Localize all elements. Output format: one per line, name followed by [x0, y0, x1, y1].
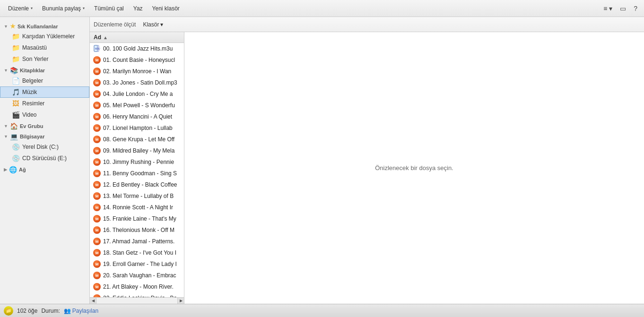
duzzenle-button[interactable]: Düzenle ▾	[4, 3, 37, 14]
file-list-item[interactable]: M02. Marilyn Monroe - I Wan	[90, 66, 184, 77]
scrollbar-left-btn[interactable]: ◀	[90, 298, 96, 304]
file-name-label: 16. Thelonious Monk - Off M	[103, 227, 181, 233]
tumunu-cal-label: Tümünü çal	[94, 5, 124, 12]
file-list-item[interactable]: M04. Julie London - Cry Me a	[90, 88, 184, 100]
address-bar: Düzenleme ölçüt Klasör ▾	[90, 17, 644, 32]
view-icon: ≡ ▾	[603, 5, 612, 12]
sidebar-item-video[interactable]: 🎬 Video	[0, 109, 89, 120]
file-list-item[interactable]: M16. Thelonious Monk - Off M	[90, 224, 184, 236]
file-name-label: 21. Art Blakey - Moon River.	[103, 283, 181, 290]
sidebar-item-desktop[interactable]: 📁 Masaüstü	[0, 42, 89, 53]
mp3-icon: M	[93, 249, 101, 257]
duzzenle-chevron: ▾	[31, 6, 33, 10]
column-header-name: Ad	[94, 34, 101, 41]
toolbar-right: ≡ ▾ ▭ ?	[600, 3, 640, 14]
sidebar-item-video-label: Video	[22, 111, 36, 118]
libraries-section-header[interactable]: ▼ 📚 Kitaplıklar	[0, 65, 89, 75]
sidebar-item-cd-drive[interactable]: 💿 CD Sürücüsü (E:)	[0, 153, 89, 164]
file-list-header[interactable]: Ad ▲	[90, 32, 184, 43]
file-list-item[interactable]: M18. Stan Getz - I've Got You I	[90, 247, 184, 258]
yeni-klasor-label: Yeni klasör	[152, 5, 180, 12]
belgeler-icon: 📄	[12, 77, 19, 85]
mp3-icon: M	[93, 215, 101, 223]
tumunu-cal-button[interactable]: Tümünü çal	[90, 3, 128, 14]
favorites-section-header[interactable]: ▼ ★ Sık Kullanılanlar	[0, 21, 89, 31]
sidebar-item-belgeler[interactable]: 📄 Belgeler	[0, 75, 89, 86]
share-people-icon: 👥	[64, 308, 71, 314]
mp3-icon: M	[93, 283, 101, 291]
mp3-icon: M	[93, 147, 101, 154]
file-name-label: 02. Marilyn Monroe - I Wan	[103, 68, 181, 75]
sidebar-item-muzik-label: Müzik	[22, 89, 37, 95]
file-list-item[interactable]: M09. Mildred Bailey - My Mela	[90, 145, 184, 156]
file-list-item[interactable]: M07. Lionel Hampton - Lullab	[90, 122, 184, 134]
file-name-label: 11. Benny Goodman - Sing S	[103, 170, 181, 177]
home-section-header[interactable]: ▼ 🏠 Ev Grubu	[0, 120, 89, 131]
libraries-label: Kitaplıklar	[20, 68, 45, 73]
mp3-icon: M	[93, 56, 101, 64]
yaz-button[interactable]: Yaz	[129, 3, 147, 14]
file-name-label: 17. Ahmad Jamal - Patterns.	[103, 238, 181, 245]
help-button[interactable]: ?	[631, 3, 640, 14]
yaz-label: Yaz	[133, 5, 143, 12]
status-bar: 📁 102 öğe Durum: 👥 Paylaşılan	[0, 304, 644, 317]
sidebar-item-muzik[interactable]: 🎵 Müzik	[0, 86, 89, 98]
mp3-icon: M	[93, 124, 101, 132]
file-list-item[interactable]: M11. Benny Goodman - Sing S	[90, 168, 184, 179]
content-pane: Düzenleme ölçüt Klasör ▾ Ad ▲ M3U00. 100…	[90, 17, 644, 304]
sidebar-item-downloads-label: Karşıdan Yüklemeler	[22, 33, 75, 40]
file-name-label: 19. Erroll Garner - The Lady I	[103, 261, 181, 267]
file-list-item[interactable]: M22. Eddie Lockjaw Davis - Be	[90, 292, 184, 297]
mp3-icon: M	[93, 192, 101, 200]
computer-section-header[interactable]: ▼ 💻 Bilgisayar	[0, 131, 89, 141]
mp3-icon: M	[93, 68, 101, 75]
sidebar-item-recent[interactable]: 📁 Son Yerler	[0, 53, 89, 65]
help-icon: ?	[634, 5, 637, 12]
sidebar-item-recent-label: Son Yerler	[22, 56, 48, 62]
file-list-item[interactable]: M20. Sarah Vaughan - Embrac	[90, 270, 184, 281]
window-button[interactable]: ▭	[617, 3, 629, 14]
file-name-label: 18. Stan Getz - I've Got You I	[103, 249, 181, 256]
file-list-item[interactable]: M12. Ed Bentley - Black Coffee	[90, 179, 184, 190]
file-list-item[interactable]: M17. Ahmad Jamal - Patterns.	[90, 236, 184, 247]
file-name-label: 05. Mel Powell - S Wonderfu	[103, 102, 181, 109]
preview-pane: Önizlenecek bir dosya seçin.	[184, 32, 644, 304]
file-list-item[interactable]: M13. Mel Torme - Lullaby of B	[90, 190, 184, 202]
bununla-paylas-button[interactable]: Bununla paylaş ▾	[38, 3, 89, 14]
sidebar-item-downloads[interactable]: 📁 Karşıdan Yüklemeler	[0, 31, 89, 42]
resimler-icon: 🖼	[12, 100, 19, 107]
cd-drive-icon: 💿	[12, 154, 19, 162]
toolbar: Düzenle ▾ Bununla paylaş ▾ Tümünü çal Ya…	[0, 0, 644, 17]
mp3-icon: M	[93, 170, 101, 177]
file-list-item[interactable]: M14. Ronnie Scott - A Night Ir	[90, 202, 184, 213]
sidebar-item-cd-drive-label: CD Sürücüsü (E:)	[22, 155, 67, 162]
file-list-item[interactable]: M06. Henry Mancini - A Quiet	[90, 111, 184, 122]
view-button[interactable]: ≡ ▾	[600, 3, 615, 14]
scrollbar-track	[96, 298, 177, 304]
computer-label: Bilgisayar	[20, 134, 45, 139]
sidebar-item-resimler[interactable]: 🖼 Resimler	[0, 98, 89, 109]
mp3-icon: M	[93, 272, 101, 279]
preview-text: Önizlenecek bir dosya seçin.	[375, 164, 453, 171]
file-list-item[interactable]: M21. Art Blakey - Moon River.	[90, 281, 184, 292]
window-icon: ▭	[620, 5, 626, 12]
home-label: Ev Grubu	[20, 123, 44, 129]
file-list[interactable]: M3U00. 100 Gold Jazz Hits.m3uM01. Count …	[90, 43, 184, 297]
file-list-item[interactable]: M08. Gene Krupa - Let Me Off	[90, 134, 184, 145]
horizontal-scrollbar[interactable]: ◀ ▶	[90, 297, 184, 304]
network-section-header[interactable]: ▶ 🌐 Ağ	[0, 164, 89, 174]
folder-button[interactable]: Klasör ▾	[139, 20, 166, 29]
file-list-item[interactable]: M10. Jimmy Rushing - Pennie	[90, 156, 184, 168]
file-list-item[interactable]: M01. Count Basie - Honeysucl	[90, 54, 184, 66]
mp3-icon: M	[93, 90, 101, 98]
sidebar-item-local-disk[interactable]: 💿 Yerel Disk (C:)	[0, 141, 89, 153]
favorites-arrow: ▼	[4, 24, 8, 29]
scrollbar-right-btn[interactable]: ▶	[177, 298, 184, 304]
file-list-item[interactable]: M19. Erroll Garner - The Lady I	[90, 258, 184, 270]
file-name-label: 03. Jo Jones - Satin Doll.mp3	[103, 79, 181, 86]
file-list-item[interactable]: M03. Jo Jones - Satin Doll.mp3	[90, 77, 184, 88]
file-list-item[interactable]: M05. Mel Powell - S Wonderfu	[90, 100, 184, 111]
yeni-klasor-button[interactable]: Yeni klasör	[148, 3, 184, 14]
file-list-item[interactable]: M15. Frankie Laine - That's My	[90, 213, 184, 224]
file-list-item[interactable]: M3U00. 100 Gold Jazz Hits.m3u	[90, 43, 184, 54]
